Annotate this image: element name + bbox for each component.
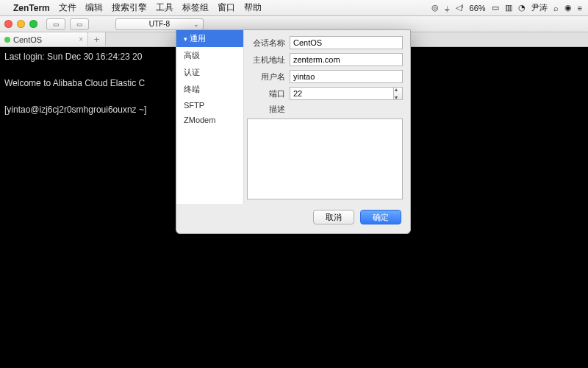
dialog-form: 会话名称 主机地址 用户名 端口 描述 [244, 30, 410, 204]
label-user: 用户名 [247, 71, 285, 82]
label-desc: 描述 [247, 104, 285, 115]
menu-file[interactable]: 文件 [59, 1, 76, 14]
input-port[interactable] [290, 87, 394, 100]
tab-status-icon [4, 37, 10, 43]
session-dialog: 通用 高级 认证 终端 SFTP ZModem 会话名称 主机地址 用户名 端口 [176, 29, 411, 234]
menubar: ZenTerm 文件 编辑 搜索引擎 工具 标签组 窗口 帮助 ◎ ⏚ ◁⁾ 6… [0, 0, 588, 16]
tab-close-icon[interactable]: × [79, 35, 83, 43]
term-line: Welcome to Alibaba Cloud Elastic C [4, 78, 145, 88]
wifi-icon[interactable]: ⏚ [445, 4, 450, 13]
term-line: [yintao@izj6cj2r0smhgroui6ouxnz ~] [4, 105, 146, 115]
port-stepper[interactable] [394, 87, 403, 100]
window-controls [4, 20, 37, 28]
label-session: 会话名称 [247, 38, 285, 49]
tab-label: CentOS [13, 35, 76, 44]
toolbar-button-1[interactable]: ▭ [46, 18, 65, 30]
zoom-window[interactable] [29, 20, 37, 28]
app-name[interactable]: ZenTerm [13, 3, 50, 13]
menu-edit[interactable]: 编辑 [85, 1, 103, 14]
menu-window[interactable]: 窗口 [218, 1, 235, 14]
encoding-select[interactable]: UTF-8 [115, 18, 204, 30]
battery-icon[interactable]: ▭ [492, 3, 499, 13]
volume-icon[interactable]: ◁⁾ [456, 3, 464, 13]
spotlight-icon[interactable]: ◎ [431, 3, 439, 13]
user-name[interactable]: 尹涛 [531, 2, 548, 13]
minimize-window[interactable] [17, 20, 25, 28]
ok-button[interactable]: 确定 [360, 210, 401, 224]
term-line: Last login: Sun Dec 30 16:24:23 20 [4, 52, 142, 62]
battery-text: 66% [470, 4, 486, 13]
encoding-value: UTF-8 [149, 20, 170, 28]
label-port: 端口 [247, 88, 285, 99]
sidebar-item-auth[interactable]: 认证 [176, 64, 243, 81]
search-icon[interactable]: ⌕ [553, 4, 559, 13]
menu-help[interactable]: 帮助 [244, 1, 262, 14]
cancel-button[interactable]: 取消 [313, 210, 354, 224]
add-tab-button[interactable]: + [88, 32, 106, 46]
input-description[interactable] [247, 118, 403, 199]
toolbar-button-2[interactable]: ▭ [70, 18, 89, 30]
sidebar-item-terminal[interactable]: 终端 [176, 81, 243, 98]
label-host: 主机地址 [247, 54, 285, 66]
notification-icon[interactable]: ≡ [578, 4, 582, 13]
status-icon[interactable]: ▥ [505, 3, 512, 13]
menu-search[interactable]: 搜索引擎 [112, 1, 147, 14]
menu-tabgroup[interactable]: 标签组 [182, 1, 209, 14]
input-host[interactable] [290, 53, 403, 66]
sidebar-item-sftp[interactable]: SFTP [176, 98, 243, 113]
dialog-sidebar: 通用 高级 认证 终端 SFTP ZModem [176, 30, 244, 204]
tab-centos[interactable]: CentOS × [0, 32, 88, 46]
clock-icon[interactable]: ◔ [518, 3, 526, 13]
menu-tools[interactable]: 工具 [156, 1, 173, 14]
close-window[interactable] [4, 20, 12, 28]
sidebar-item-general[interactable]: 通用 [176, 30, 243, 47]
input-username[interactable] [290, 70, 403, 83]
sidebar-item-advanced[interactable]: 高级 [176, 47, 243, 64]
siri-icon[interactable]: ◉ [564, 3, 572, 13]
sidebar-item-zmodem[interactable]: ZModem [176, 113, 243, 127]
input-session-name[interactable] [290, 36, 403, 49]
